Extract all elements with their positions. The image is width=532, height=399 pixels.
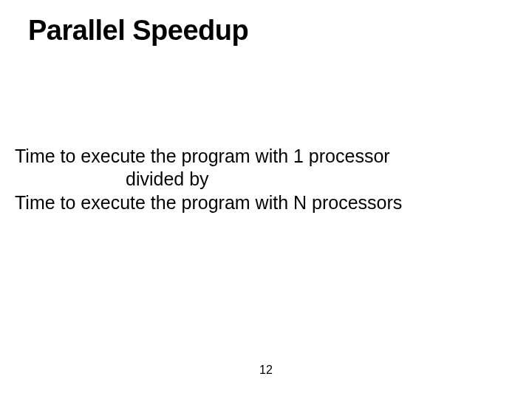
slide-body: Time to execute the program with 1 proce…	[15, 145, 402, 214]
slide-title: Parallel Speedup	[28, 15, 248, 47]
body-line-3: Time to execute the program with N proce…	[15, 191, 402, 214]
slide: Parallel Speedup Time to execute the pro…	[0, 0, 532, 399]
body-line-1: Time to execute the program with 1 proce…	[15, 145, 402, 168]
body-line-2: divided by	[15, 168, 402, 191]
page-number: 12	[0, 364, 532, 377]
